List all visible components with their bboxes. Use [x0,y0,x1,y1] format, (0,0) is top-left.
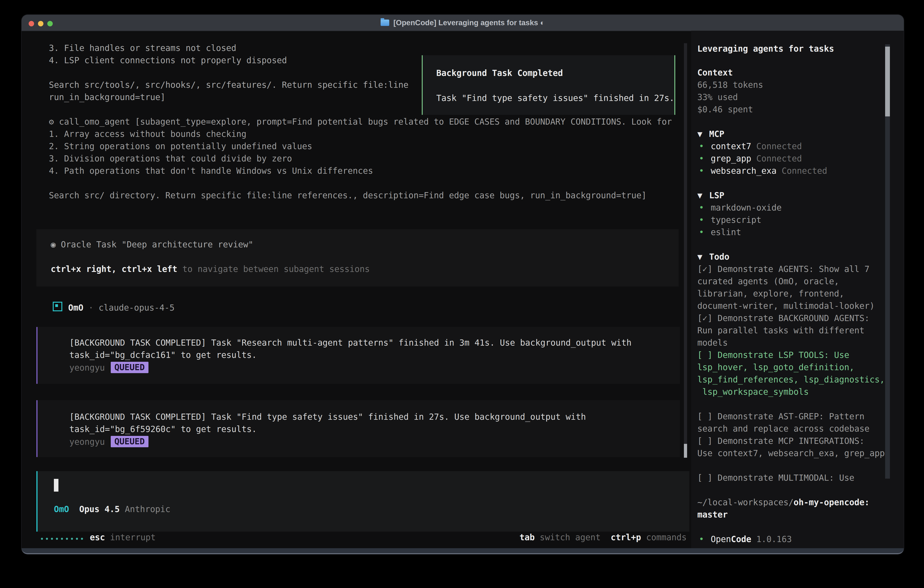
task-meta-row: yeongyuQUEUED [69,436,148,449]
spinner-dots [41,538,83,540]
version-number: 1.0.163 [756,534,792,544]
chevron-down-icon: ▼ [697,190,709,200]
background-task-notification: Background Task Completed Task "Find typ… [422,55,675,115]
window-title-area: [OpenCode] Leveraging agents for tasks ◐ [21,15,904,31]
subagent-nav-hint: ctrl+x right, ctrl+x left to navigate be… [51,264,370,276]
lsp-item: •markdown-oxide [699,203,782,215]
tool-call-line: ⚙ call_omo_agent [subagent_type=explore,… [49,117,672,129]
bullet-icon: • [699,141,711,151]
prompt-input[interactable]: OmO Opus 4.5 Anthropic [36,471,690,532]
oracle-task-title: ◉ Oracle Task "Deep architecture review" [51,239,253,252]
mcp-section-header[interactable]: ▼MCP [697,129,724,141]
tool-call-item: 4. Path operations that don't handle Win… [49,166,373,178]
terminal-line: Search src/tools/, src/hooks/, src/featu… [49,80,409,92]
mcp-item: •websearch_exa Connected [699,166,827,178]
chevron-down-icon: ▼ [697,252,709,262]
oracle-task-card[interactable]: ◉ Oracle Task "Deep architecture review"… [36,229,679,286]
tool-call-item: 3. Division operations that could divide… [49,154,292,166]
version-row: •OpenCode 1.0.163 [699,534,792,547]
todo-line-done: [✓] Demonstrate BACKGROUND AGENTS: [697,313,870,325]
tool-call-tail: Search src/ directory. Return specific f… [49,190,647,203]
background-task-card[interactable]: [BACKGROUND TASK COMPLETED] Task "Find t… [36,400,680,457]
sidebar-scrollbar-thumb[interactable] [885,46,890,116]
input-model-name: Opus 4.5 [79,504,120,514]
terminal-line: run_in_background=true] [49,92,165,105]
folder-icon [381,20,389,26]
input-provider: Anthropic [125,504,170,514]
todo-line-pending: search and replace across codebase [697,424,870,436]
opencode-window: [OpenCode] Leveraging agents for tasks ◐… [21,15,904,554]
session-title: Leveraging agents for tasks [697,44,834,56]
input-agent-name: OmO [54,504,69,514]
bullet-icon: • [699,203,711,213]
background-task-card[interactable]: [BACKGROUND TASK COMPLETED] Task "Resear… [36,327,680,384]
statusbar-right: tab switch agent ctrl+p commands [520,532,686,545]
queued-badge: QUEUED [111,362,148,373]
statusbar-left: esc interrupt [90,532,156,545]
window-title: [OpenCode] Leveraging agents for tasks ◐ [393,18,544,27]
mcp-item: •context7 Connected [699,141,802,154]
todo-line-active: lsp_hover, lsp_goto_definition, [697,362,855,375]
context-spent: $0.46 spent [697,105,753,117]
todo-line-active: lsp_workspace_symbols [697,387,809,399]
task-user: yeongyu [69,437,105,447]
todo-line-active: lsp_find_references, lsp_diagnostics, [697,375,884,387]
todo-line-done: document-writer, multimodal-looker) [697,301,874,313]
oracle-marker-icon: ◉ [51,239,56,249]
todo-line-done: curated agents (OmO, oracle, [697,276,839,289]
agent-name: OmO [68,303,83,313]
context-used: 33% used [697,92,738,105]
context-heading: Context [697,68,733,80]
agent-icon [53,302,62,311]
tool-call-item: 1. Array access without bounds checking [49,129,246,141]
todo-line-done: Run parallel tasks with different [697,325,865,338]
titlebar[interactable]: [OpenCode] Leveraging agents for tasks ◐ [21,15,904,31]
agent-model: claude-opus-4-5 [99,303,175,313]
bullet-icon: • [699,154,711,164]
todo-line-pending: [ ] Demonstrate MCP INTEGRATIONS: [697,436,865,448]
todo-line-done: librarian, explore, frontend, [697,289,844,301]
lsp-item: •typescript [699,215,761,227]
text-cursor [54,479,58,492]
todo-line-done: [✓] Demonstrate AGENTS: Show all 7 [697,264,870,276]
todo-line-pending: Use context7, websearch_exa, grep_app [697,448,884,461]
task-user: yeongyu [69,363,105,373]
todo-section-header[interactable]: ▼Todo [697,252,729,264]
workspace-branch: master [697,510,728,522]
todo-line-pending: [ ] Demonstrate MULTIMODAL: Use [697,473,855,485]
todo-line-done: models [697,338,728,350]
workspace-path: ~/local-workspaces/oh-my-opencode: [697,497,870,510]
task-message-line: [BACKGROUND TASK COMPLETED] Task "Resear… [69,338,632,350]
notification-body: Task "Find type safety issues" finished … [436,93,674,106]
chat-scrollbar-track[interactable] [684,43,687,458]
chevron-down-icon: ▼ [697,129,709,139]
lsp-section-header[interactable]: ▼LSP [697,190,724,203]
tool-call-item: 2. String operations on potentially unde… [49,141,312,154]
todo-line-active: [ ] Demonstrate LSP TOOLS: Use [697,350,849,362]
terminal-line: 3. File handles or streams not closed [49,43,236,56]
lsp-item: •eslint [699,227,741,239]
gear-icon: ⚙ [49,117,54,127]
task-message-line: task_id="bg_6f59260c" to get results. [69,424,257,436]
desktop: [OpenCode] Leveraging agents for tasks ◐… [0,0,924,588]
input-model-row: OmO Opus 4.5 Anthropic [54,504,170,517]
bullet-icon: • [699,227,711,237]
agent-row: OmO · claude-opus-4-5 [53,301,175,313]
queued-badge: QUEUED [111,436,148,447]
task-message-line: [BACKGROUND TASK COMPLETED] Task "Find t… [69,412,586,424]
bullet-icon: • [699,534,711,544]
chat-scrollbar-thumb[interactable] [684,444,687,458]
mcp-item: •grep_app Connected [699,154,802,166]
terminal-line: 4. LSP client connections not properly d… [49,56,287,68]
bullet-icon: • [699,215,711,225]
bullet-icon: • [699,166,711,176]
window-bottom-edge [21,548,904,554]
context-tokens: 66,518 tokens [697,80,763,92]
todo-line-pending: [ ] Demonstrate AST-GREP: Pattern [697,411,865,424]
task-meta-row: yeongyuQUEUED [69,362,148,375]
task-message-line: task_id="bg_dcfac161" to get results. [69,350,257,362]
notification-title: Background Task Completed [436,68,563,81]
